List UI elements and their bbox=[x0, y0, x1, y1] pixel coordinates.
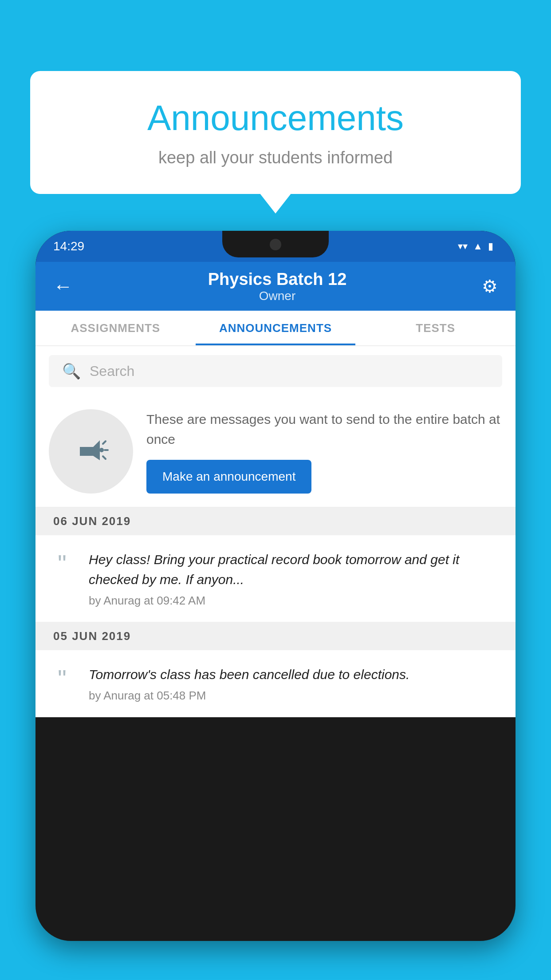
phone-screen: 🔍 Search bbox=[35, 346, 516, 717]
battery-icon: ▮ bbox=[488, 241, 493, 252]
status-time: 14:29 bbox=[53, 239, 84, 253]
search-input[interactable]: 🔍 Search bbox=[49, 355, 502, 387]
app-bar: ← Physics Batch 12 Owner ⚙ bbox=[35, 262, 516, 311]
promo-content: These are messages you want to send to t… bbox=[146, 409, 502, 494]
tab-announcements[interactable]: ANNOUNCEMENTS bbox=[196, 311, 356, 345]
announcement-content-2: Tomorrow's class has been cancelled due … bbox=[89, 664, 502, 703]
tab-tests[interactable]: TESTS bbox=[355, 311, 516, 345]
tab-assignments[interactable]: ASSIGNMENTS bbox=[35, 311, 196, 345]
quote-icon-1: " bbox=[49, 551, 75, 576]
announcement-content-1: Hey class! Bring your practical record b… bbox=[89, 549, 502, 608]
announcement-meta-2: by Anurag at 05:48 PM bbox=[89, 689, 502, 703]
promo-description: These are messages you want to send to t… bbox=[146, 409, 502, 449]
signal-icon: ▲ bbox=[473, 241, 483, 252]
promo-icon-circle bbox=[49, 409, 133, 494]
announcement-meta-1: by Anurag at 09:42 AM bbox=[89, 594, 502, 608]
announcement-text-1: Hey class! Bring your practical record b… bbox=[89, 549, 502, 589]
app-bar-title: Physics Batch 12 bbox=[73, 270, 482, 289]
speech-bubble-card: Announcements keep all your students inf… bbox=[30, 71, 521, 194]
announcement-text-2: Tomorrow's class has been cancelled due … bbox=[89, 664, 502, 684]
megaphone-icon bbox=[71, 431, 111, 471]
phone-mockup: 14:29 ▾▾ ▲ ▮ ← Physics Batch 12 Owner ⚙ … bbox=[35, 231, 516, 941]
svg-line-4 bbox=[103, 456, 106, 459]
settings-button[interactable]: ⚙ bbox=[482, 276, 498, 296]
search-placeholder-text: Search bbox=[90, 363, 134, 379]
bubble-title: Announcements bbox=[48, 98, 503, 138]
tabs: ASSIGNMENTS ANNOUNCEMENTS TESTS bbox=[35, 311, 516, 346]
app-bar-subtitle: Owner bbox=[73, 289, 482, 303]
phone-notch bbox=[222, 231, 329, 257]
svg-rect-0 bbox=[80, 447, 85, 456]
make-announcement-button[interactable]: Make an announcement bbox=[146, 460, 311, 494]
svg-line-2 bbox=[103, 441, 106, 444]
announcement-item-1: " Hey class! Bring your practical record… bbox=[35, 535, 516, 622]
svg-point-1 bbox=[99, 448, 104, 452]
status-icons: ▾▾ ▲ ▮ bbox=[458, 241, 493, 252]
wifi-icon: ▾▾ bbox=[458, 241, 468, 252]
phone-container: 14:29 ▾▾ ▲ ▮ ← Physics Batch 12 Owner ⚙ … bbox=[35, 231, 516, 980]
camera bbox=[270, 239, 281, 250]
bubble-subtitle: keep all your students informed bbox=[48, 148, 503, 167]
search-icon: 🔍 bbox=[62, 362, 81, 380]
date-separator-2: 05 JUN 2019 bbox=[35, 622, 516, 650]
date-separator-1: 06 JUN 2019 bbox=[35, 507, 516, 535]
announcement-item-2: " Tomorrow's class has been cancelled du… bbox=[35, 650, 516, 717]
speech-bubble-section: Announcements keep all your students inf… bbox=[30, 71, 521, 194]
app-bar-title-group: Physics Batch 12 Owner bbox=[73, 270, 482, 303]
announcement-promo: These are messages you want to send to t… bbox=[35, 396, 516, 507]
back-button[interactable]: ← bbox=[53, 275, 73, 297]
search-bar: 🔍 Search bbox=[35, 346, 516, 396]
quote-icon-2: " bbox=[49, 666, 75, 691]
